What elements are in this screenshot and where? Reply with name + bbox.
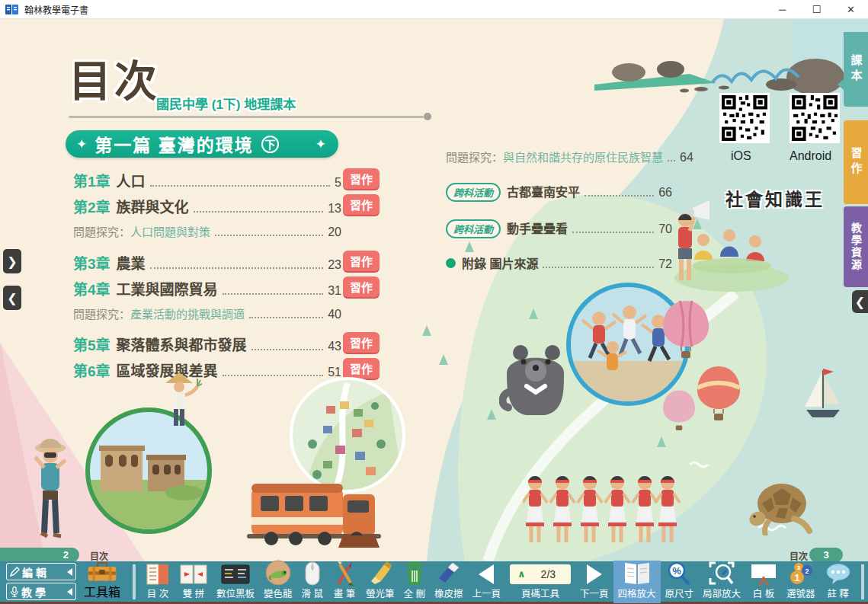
toc-row-cross2[interactable]: 跨科活動 動手疊疊看 70	[446, 219, 672, 238]
dot-leader	[215, 235, 323, 236]
collapse-left-icon	[67, 588, 72, 596]
mouse-icon	[304, 561, 321, 586]
workbook-badge-ch4[interactable]: 習作	[343, 276, 380, 297]
number-picker-icon: 3 2 1	[788, 561, 814, 586]
toolbox-icon	[82, 562, 122, 582]
toc-row-chapter1[interactable]: 第1章 人口 5	[73, 170, 341, 190]
toc-row-explore3[interactable]: 問題探究： 與自然和諧共存的原住民族智慧 64	[446, 149, 672, 165]
train-illustration	[245, 475, 386, 551]
collapse-left-icon	[67, 568, 72, 576]
window-title: 翰林教學電子書	[24, 3, 88, 16]
page-number: 20	[328, 225, 341, 239]
sitting-people-group	[690, 223, 774, 276]
original-size-icon: %	[667, 561, 691, 586]
bottom-toolbar: 編輯 教學 工具箱	[0, 561, 868, 604]
panel-close-button[interactable]: ❮	[3, 286, 21, 310]
page-number: 40	[328, 308, 341, 321]
qr-label-android: Android	[790, 149, 831, 163]
tool-prev-page[interactable]: 上一頁	[468, 561, 506, 603]
workbook-badge-ch5[interactable]: 習作	[343, 332, 380, 353]
whiteboard-icon	[750, 563, 777, 586]
pencil-icon	[10, 567, 20, 577]
toc-row-appendix[interactable]: 附錄 圖片來源 72	[446, 254, 672, 272]
qr-label-ios: iOS	[731, 149, 751, 163]
toolbox-button[interactable]: 工具箱	[76, 561, 128, 603]
tab-textbook[interactable]: 課本	[844, 32, 868, 107]
highlighter-icon	[367, 561, 393, 586]
tool-next-page[interactable]: 下一頁	[575, 561, 613, 603]
page-number: 5	[335, 176, 341, 190]
minimize-button[interactable]: ─	[765, 0, 799, 19]
tab-resources[interactable]: 教學資源	[844, 206, 868, 287]
page-number-input[interactable]: ∧ 2/3	[510, 564, 571, 584]
tool-page-number[interactable]: ∧ 2/3 頁碼工具	[505, 561, 575, 603]
toc-row-cross1[interactable]: 跨科活動 古都臺南安平 66	[446, 182, 672, 202]
title-divider	[69, 116, 424, 118]
tab-textbook-label: 課本	[848, 54, 864, 85]
toc-row-chapter3[interactable]: 第3章 農業 23	[73, 252, 341, 273]
active-tab-pointer	[838, 78, 844, 91]
hot-air-balloons	[663, 299, 754, 459]
teach-mode-label: 教學	[21, 584, 49, 599]
tool-number-picker[interactable]: 3 2 1 選號器	[782, 561, 820, 603]
teach-mode-button[interactable]: 教學	[6, 583, 76, 600]
tool-whiteboard[interactable]: 白 板	[745, 561, 782, 603]
tool-chameleon[interactable]: 變色龍	[259, 561, 297, 603]
chapter-number: 第2章	[73, 196, 111, 216]
tool-original-size[interactable]: % 原尺寸	[661, 561, 699, 603]
tool-annotation[interactable]: 註 釋	[820, 561, 857, 603]
tool-quad-zoom[interactable]: 四格放大	[613, 561, 661, 603]
tab-workbook[interactable]: 習作	[844, 120, 868, 204]
workbook-badge-ch3[interactable]: 習作	[343, 251, 380, 271]
tool-eraser[interactable]: 橡皮擦	[430, 561, 468, 603]
tool-region-zoom[interactable]: 局部放大	[698, 561, 745, 603]
workbook-badge-ch1[interactable]: 習作	[343, 168, 380, 189]
svg-text:2: 2	[805, 567, 809, 574]
trash-icon	[404, 561, 425, 586]
toc-row-explore1[interactable]: 問題探究： 人口問題與對策 20	[73, 223, 341, 240]
tool-toc[interactable]: 目 次	[140, 561, 175, 603]
page-number: 64	[680, 151, 693, 165]
toc-row-explore2[interactable]: 問題探究： 產業活動的挑戰與調適 40	[73, 305, 341, 322]
close-button[interactable]: ✕	[834, 0, 868, 19]
page-number: 13	[328, 202, 341, 216]
edit-mode-label: 編輯	[22, 564, 50, 580]
toc-row-chapter2[interactable]: 第2章 族群與文化 13	[73, 196, 341, 216]
pen-brush-icon	[332, 561, 357, 586]
toc-row-chapter5[interactable]: 第5章 聚落體系與都市發展 43	[73, 334, 341, 354]
tool-dual-page[interactable]: 雙 拼	[175, 561, 212, 603]
chapter-title: 族群與文化	[117, 196, 189, 216]
right-panel-toggle-button[interactable]: ❮	[852, 290, 868, 313]
right-page-number: 3	[823, 549, 828, 561]
volume-badge: 下	[261, 136, 279, 153]
maximize-button[interactable]: ☐	[799, 0, 834, 19]
page-number: 43	[328, 340, 341, 353]
edit-mode-button[interactable]: 編輯	[6, 563, 76, 580]
explore-title: 人口問題與對策	[130, 223, 210, 239]
tool-highlighter[interactable]: 螢光筆	[361, 561, 399, 603]
dot-leader	[194, 211, 324, 213]
section-banner-text: 第一篇 臺灣的環境	[94, 131, 253, 157]
page-up-icon[interactable]: ∧	[517, 568, 526, 580]
chapter-title: 人口	[117, 170, 146, 190]
bullet-icon	[446, 258, 456, 268]
dot-leader	[572, 232, 654, 233]
tool-digital-blackboard[interactable]: 數位黑板	[212, 561, 259, 603]
chapter-title: 農業	[117, 252, 146, 273]
dot-leader	[251, 349, 324, 350]
tool-mouse[interactable]: 滑 鼠	[297, 561, 328, 603]
book-spread: 目次 國民中學 (1下) 地理課本 ✦ 第一篇 臺灣的環境 下 ✦ 第1章 人口…	[0, 19, 868, 561]
toc-row-chapter4[interactable]: 第4章 工業與國際貿易 31	[73, 278, 341, 299]
cross-activity-pill: 跨科活動	[446, 219, 501, 238]
qr-code-ios	[719, 93, 770, 143]
workbook-badge-ch2[interactable]: 習作	[343, 194, 380, 215]
chapter-number: 第4章	[73, 278, 111, 299]
panel-open-button[interactable]: ❯	[3, 249, 21, 273]
svg-text:3: 3	[797, 564, 801, 571]
tool-pen[interactable]: 畫 筆	[328, 561, 361, 603]
tool-delete-all[interactable]: 全 刪	[399, 561, 430, 603]
explore-title: 產業活動的挑戰與調適	[130, 305, 245, 321]
dancers-illustration	[523, 472, 683, 552]
eraser-icon	[436, 563, 462, 586]
dot-leader	[223, 293, 324, 295]
